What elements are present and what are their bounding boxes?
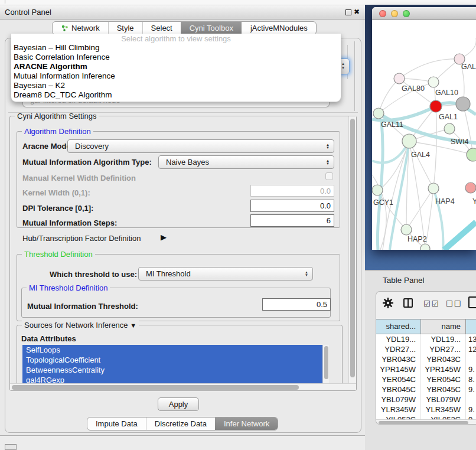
table-cell: 9. <box>466 405 476 415</box>
select-all-icon[interactable]: ☑☑ <box>423 299 439 308</box>
zoom-traffic-light-icon[interactable] <box>403 10 410 17</box>
table-row[interactable]: YDL19...YDL19...13 <box>376 334 476 344</box>
settings-horizontal-scrollbar[interactable] <box>10 383 356 390</box>
aracne-mode-combo[interactable]: Discovery ▲▼ <box>67 139 334 153</box>
table-cell: YPR145W <box>376 364 421 374</box>
dropdown-item[interactable]: Bayesian – K2 <box>11 81 341 90</box>
apply-button[interactable]: Apply <box>158 397 199 411</box>
network-node-gal10[interactable] <box>428 77 439 87</box>
aracne-mode-value: Discovery <box>75 142 109 151</box>
network-node-label: GAL1 <box>439 113 458 121</box>
network-canvas[interactable]: GALGAL80GAL10GAL1GAL11GAL4SWI4GCY1HAP4YH… <box>372 20 476 250</box>
table-cell: YDR27... <box>421 344 466 354</box>
table-row[interactable]: YLR345WYLR345W9. <box>376 405 476 415</box>
table-cell: YBR045C <box>376 384 421 394</box>
dpi-tolerance-field[interactable]: 0.0 <box>250 200 334 212</box>
tab-infer-network[interactable]: Infer Network <box>215 418 278 430</box>
network-node-label: GAL4 <box>411 151 430 159</box>
table-cell: 9. <box>466 384 476 394</box>
mi-steps-field[interactable]: 6 <box>250 214 334 227</box>
hub-definition-label[interactable]: Hub/Transcription Factor Definition <box>22 234 141 243</box>
deselect-all-icon[interactable]: ☐☐ <box>446 299 462 308</box>
table-horizontal-scrollbar[interactable] <box>376 419 476 425</box>
algorithm-definition-title: Algorithm Definition <box>22 127 93 136</box>
columns-icon[interactable] <box>403 298 413 308</box>
dropdown-item[interactable]: Basic Correlation Inference <box>11 53 341 62</box>
network-node-hap4[interactable] <box>428 183 439 194</box>
network-node-swi4[interactable] <box>444 123 455 134</box>
table-row[interactable]: YDR27...YDR27...12 <box>376 344 476 354</box>
network-node[interactable] <box>420 244 430 250</box>
tab-jactivemnodules[interactable]: jActiveMNodules <box>242 22 316 34</box>
network-node-y[interactable] <box>465 182 476 193</box>
file-icon[interactable] <box>468 296 476 308</box>
top-tick <box>5 0 5 4</box>
tab-style[interactable]: Style <box>108 22 142 34</box>
column-header-partial[interactable] <box>466 319 476 334</box>
dropdown-item[interactable]: Bayesian – Hill Climbing <box>11 43 341 53</box>
collapse-arrow-icon[interactable]: ▼ <box>130 322 136 329</box>
app-screen: Control Panel ✖ Network Style Select Cyn… <box>0 0 476 450</box>
mi-threshold-field[interactable]: 0.5 <box>262 298 331 311</box>
tab-select[interactable]: Select <box>142 22 181 34</box>
tab-network[interactable]: Network <box>53 22 108 34</box>
network-node-gal1[interactable] <box>430 100 442 112</box>
manual-kernel-label: Manual Kernel Width Definition <box>22 174 136 183</box>
table-cell: 9. <box>466 415 476 419</box>
mi-type-combo[interactable]: Naive Bayes ▲▼ <box>158 155 334 169</box>
network-node-hap2[interactable] <box>401 224 412 235</box>
column-header-name[interactable]: name <box>421 319 466 334</box>
network-node-gal4[interactable] <box>402 134 416 148</box>
attribute-item[interactable]: TopologicalCoefficient <box>22 355 322 365</box>
table-cell: YDL19... <box>376 334 421 344</box>
table-row[interactable]: YER054CYER054C8. <box>376 374 476 384</box>
mi-type-value: Naive Bayes <box>166 158 209 167</box>
settings-group-title: Cyni Algorithm Settings <box>15 112 99 120</box>
dropdown-item[interactable]: ARACNE Algorithm <box>11 62 341 71</box>
table-cell: YBL079W <box>376 394 421 405</box>
tab-network-label: Network <box>71 22 100 35</box>
dropdown-item[interactable]: Dream8 DC_TDC Algorithm <box>11 90 341 100</box>
which-threshold-combo[interactable]: MI Threshold ▲▼ <box>138 267 313 281</box>
bottom-tabbar: Impute Data Discretize Data Infer Networ… <box>87 417 278 431</box>
table-row[interactable]: YPR145WYPR145W9. <box>376 364 476 374</box>
network-node-gal80[interactable] <box>394 73 405 84</box>
dropdown-item[interactable]: Mutual Information Inference <box>11 71 341 81</box>
kernel-width-field[interactable]: 0.0 <box>250 185 334 197</box>
table-cell: YBR045C <box>421 384 466 394</box>
network-window-titlebar[interactable] <box>372 7 476 20</box>
table-row[interactable]: YBR045CYBR045C9. <box>376 384 476 394</box>
attribute-item[interactable]: gal4RGexp <box>22 375 322 384</box>
minimize-traffic-light-icon[interactable] <box>391 10 398 17</box>
table-row[interactable]: YBL079WYBL079W <box>376 394 476 405</box>
network-window[interactable]: GALGAL80GAL10GAL1GAL11GAL4SWI4GCY1HAP4YH… <box>372 7 476 250</box>
expand-arrow-icon[interactable]: ▶ <box>161 233 167 242</box>
stepper-arrows-icon: ▲▼ <box>303 268 310 277</box>
column-header-shared-name[interactable]: shared... <box>376 319 421 334</box>
float-window-icon[interactable] <box>345 9 351 15</box>
network-node[interactable] <box>467 148 476 161</box>
table-row[interactable]: YBR043CYBR043C <box>376 354 476 364</box>
close-traffic-light-icon[interactable] <box>379 10 386 17</box>
network-node[interactable] <box>456 97 470 111</box>
gear-icon[interactable] <box>382 297 394 309</box>
tab-impute-data[interactable]: Impute Data <box>87 418 146 430</box>
table-cell: YIL052C <box>376 415 421 419</box>
attribute-item[interactable]: BetweennessCentrality <box>22 365 322 375</box>
table-row[interactable]: YIL052CYIL052C9. <box>376 415 476 419</box>
close-icon[interactable]: ✖ <box>354 8 360 16</box>
network-node-gal11[interactable] <box>373 108 384 119</box>
table-cell: YBR043C <box>376 354 421 364</box>
data-attributes-list[interactable]: SelfLoopsTopologicalCoefficientBetweenne… <box>22 345 322 384</box>
tab-discretize-data[interactable]: Discretize Data <box>146 418 215 430</box>
network-node-gcy1[interactable] <box>372 185 383 195</box>
settings-vertical-scrollbar[interactable] <box>348 116 356 383</box>
attributes-scrollbar[interactable] <box>322 345 329 384</box>
attribute-item[interactable]: SelfLoops <box>22 345 322 355</box>
manual-kernel-checkbox[interactable] <box>325 172 333 180</box>
corner-button-fragment[interactable] <box>5 444 17 450</box>
table-body: YDL19...YDL19...13YDR27...YDR27...12YBR0… <box>376 334 476 419</box>
tab-cyni-toolbox[interactable]: Cyni Toolbox <box>181 22 242 34</box>
hidden-groupbox-edge <box>354 41 355 111</box>
top-strip <box>0 0 476 5</box>
